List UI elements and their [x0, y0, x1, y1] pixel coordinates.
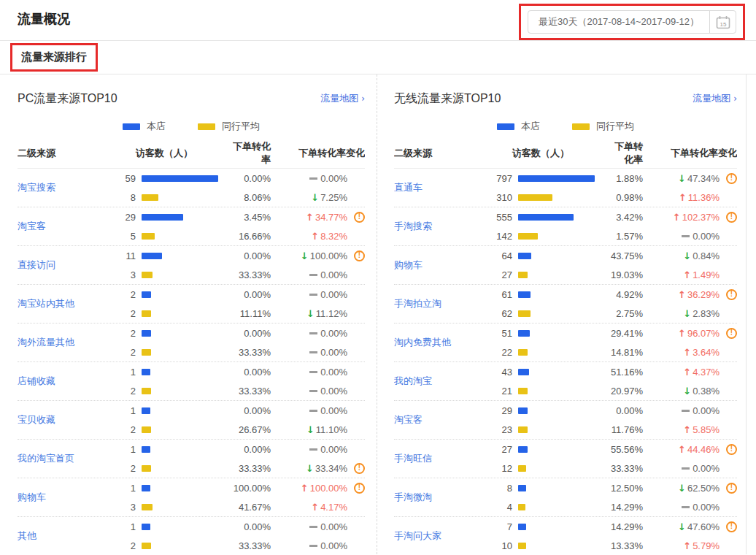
- source-link[interactable]: 其他: [18, 529, 36, 543]
- source-link[interactable]: 淘宝客: [394, 413, 423, 426]
- source-link[interactable]: 手淘拍立淘: [394, 297, 441, 310]
- source-link[interactable]: 直通车: [394, 181, 423, 194]
- date-range-label[interactable]: 最近30天（2017-08-14~2017-09-12）: [528, 11, 709, 33]
- legend-own: 本店: [123, 120, 166, 133]
- source-link[interactable]: 手淘问大家: [394, 529, 441, 543]
- source-label-cell: 店铺收藏: [18, 362, 112, 400]
- peer-average-line: 622.75%↓2.83%: [489, 304, 737, 323]
- visitors-value: 22: [489, 347, 512, 358]
- date-range-picker[interactable]: 最近30天（2017-08-14~2017-09-12） 15: [528, 10, 736, 34]
- peer-average-line: 3100.98%↑11.36%: [489, 188, 737, 207]
- order-conversion-rate: 4.92%: [606, 289, 643, 300]
- order-conversion-rate: 26.67%: [229, 424, 271, 435]
- arrow-down-icon: ↓: [683, 308, 691, 319]
- order-conversion-rate: 3.42%: [606, 212, 643, 223]
- rate-change: 0.00%: [271, 367, 347, 378]
- warning-icon[interactable]: !: [354, 483, 365, 494]
- col-rate-change: 下单转化率变化: [643, 147, 737, 160]
- rate-change: ↑8.32%: [271, 231, 347, 242]
- rate-change: ↑11.36%: [643, 192, 720, 203]
- row-lines: 10.00%0.00%226.67%↓11.10%: [112, 401, 365, 439]
- source-link[interactable]: 淘宝客: [18, 220, 46, 233]
- rate-change: ↑96.07%: [643, 328, 720, 339]
- rate-change: ↓100.00%: [271, 250, 347, 261]
- visitors-bar-cell: [512, 214, 606, 221]
- warning-icon[interactable]: !: [354, 212, 365, 223]
- visitors-value: 51: [489, 328, 512, 339]
- source-link[interactable]: 购物车: [18, 491, 46, 504]
- rows: 淘宝搜索590.00%0.00%88.06%↓7.25%淘宝客293.45%↑3…: [18, 168, 365, 554]
- col-rate: 下单转化率: [229, 140, 271, 166]
- traffic-map-link[interactable]: 流量地图›: [693, 92, 737, 105]
- visitors-bar-cell: [512, 543, 606, 549]
- visitors-bar-cell: [136, 194, 229, 201]
- rate-change: 0.00%: [271, 328, 347, 339]
- own-store-bar: [142, 485, 150, 491]
- visitors-bar-cell: [512, 330, 606, 337]
- visitors-value: 1: [112, 483, 136, 494]
- legend-peer: 同行平均: [198, 120, 260, 133]
- warning-icon[interactable]: !: [726, 173, 737, 184]
- warning-icon[interactable]: !: [354, 463, 365, 474]
- warning-icon[interactable]: !: [726, 521, 737, 532]
- source-link[interactable]: 店铺收藏: [18, 375, 55, 388]
- own-store-line: 10.00%0.00%: [112, 517, 365, 536]
- arrow-up-icon: ↑: [678, 444, 686, 455]
- row-lines: 714.29%↓47.60%!1013.33%↑5.79%: [489, 517, 737, 554]
- rows: 直通车7971.88%↓47.34%!3100.98%↑11.36%手淘搜索55…: [394, 168, 737, 554]
- visitors-bar-cell: [512, 349, 606, 356]
- traffic-map-link[interactable]: 流量地图›: [320, 92, 365, 105]
- order-conversion-rate: 0.98%: [606, 192, 643, 203]
- order-conversion-rate: 14.29%: [606, 502, 643, 513]
- own-store-bar: [518, 446, 528, 453]
- warning-icon[interactable]: !: [354, 250, 365, 261]
- source-link[interactable]: 淘宝站内其他: [18, 297, 74, 310]
- source-link[interactable]: 直接访问: [18, 259, 55, 272]
- order-conversion-rate: 0.00%: [229, 250, 271, 261]
- visitors-value: 1: [112, 405, 136, 416]
- calendar-button[interactable]: 15: [709, 11, 736, 33]
- visitors-bar-cell: [512, 504, 606, 510]
- warn-cell: !: [720, 289, 737, 300]
- rate-change: 0.00%: [643, 231, 720, 242]
- source-link[interactable]: 淘内免费其他: [394, 336, 451, 349]
- visitors-value: 2: [112, 424, 136, 435]
- source-link[interactable]: 淘外流量其他: [18, 336, 74, 349]
- flat-dash-icon: [309, 526, 317, 528]
- source-link[interactable]: 购物车: [394, 259, 423, 272]
- source-link[interactable]: 我的淘宝: [394, 375, 432, 388]
- source-label-cell: 宝贝收藏: [18, 401, 112, 439]
- rate-change: 0.00%: [643, 502, 720, 513]
- visitors-bar-cell: [136, 504, 229, 510]
- table-row: 淘内免费其他5129.41%↑96.07%!2214.81%↑3.64%: [394, 324, 737, 362]
- visitors-bar-cell: [136, 465, 229, 472]
- order-conversion-rate: 33.33%: [229, 540, 271, 551]
- own-store-line: 2755.56%↑44.46%!: [489, 440, 737, 459]
- peer-average-line: 233.33%0.00%: [112, 536, 365, 554]
- source-link[interactable]: 宝贝收藏: [18, 413, 55, 426]
- source-link[interactable]: 我的淘宝首页: [18, 452, 74, 465]
- warning-icon[interactable]: !: [726, 212, 737, 223]
- row-lines: 590.00%0.00%88.06%↓7.25%: [112, 169, 365, 207]
- warning-icon[interactable]: !: [726, 289, 737, 300]
- content-area: PC流量来源TOP10 流量地图› 本店 同行平均 二级来源 访客数（人） 下单…: [0, 74, 756, 554]
- source-link[interactable]: 手淘旺信: [394, 452, 432, 465]
- flat-dash-icon: [309, 351, 317, 353]
- own-store-line: 10.00%0.00%: [112, 401, 365, 420]
- visitors-bar-cell: [512, 310, 606, 317]
- source-link[interactable]: 淘宝搜索: [18, 181, 55, 194]
- warning-icon[interactable]: !: [726, 483, 737, 494]
- flat-dash-icon: [682, 235, 690, 237]
- own-store-line: 5553.42%↑102.37%!: [489, 207, 737, 226]
- table-row: 购物车6443.75%↓0.84%2719.03%↑1.49%: [394, 246, 737, 285]
- content-right-border: [746, 74, 747, 554]
- warning-icon[interactable]: !: [726, 444, 737, 455]
- source-link[interactable]: 手淘微淘: [394, 491, 432, 504]
- source-link[interactable]: 手淘搜索: [394, 220, 432, 233]
- visitors-value: 1: [112, 521, 136, 532]
- source-label-cell: 淘宝搜索: [18, 169, 112, 207]
- warning-icon[interactable]: !: [726, 328, 737, 339]
- row-lines: 10.00%0.00%233.33%0.00%: [112, 517, 365, 554]
- visitors-value: 8: [112, 192, 136, 203]
- flat-dash-icon: [309, 410, 317, 412]
